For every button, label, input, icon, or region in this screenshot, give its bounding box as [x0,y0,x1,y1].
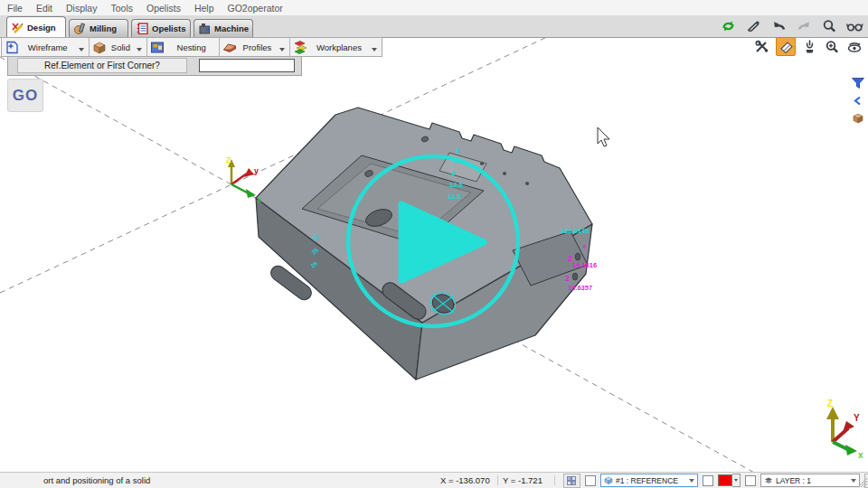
layer-combo[interactable]: LAYER : 1 [760,474,860,487]
toolbar-group-workplanes[interactable]: Workplanes [290,38,382,56]
tab-machine[interactable]: Machine [193,19,253,37]
color-picker[interactable] [718,474,741,487]
svg-text:122.9145: 122.9145 [561,227,589,235]
profiles-icon [222,41,237,54]
go-logo-button[interactable]: GO [7,79,43,112]
draw-toolbar: Wireframe Solid Nesting Profiles [1,37,382,57]
menu-item-go2operator[interactable]: GO2operator [228,3,283,14]
chevron-down-icon[interactable] [279,48,285,52]
menu-item-file[interactable]: File [7,3,23,14]
caliper-icon[interactable] [744,17,762,34]
svg-text:y: y [254,166,259,175]
tab-label: Machine [214,23,249,33]
tab-label: Opelists [152,23,186,33]
redo-icon[interactable] [795,17,813,34]
svg-text:10.6357: 10.6357 [568,284,592,292]
toolbar-label: Nesting [166,42,216,52]
collapse-icon[interactable] [849,93,867,108]
chevron-down-icon [689,479,694,483]
svg-text:Z: Z [226,155,231,164]
menu-item-edit[interactable]: Edit [36,3,52,14]
toolbar-group-profiles[interactable]: Profiles [220,38,290,56]
machine-icon [198,23,211,34]
y-coordinate: Y = -1.721 [503,475,550,485]
menu-item-help[interactable]: Help [194,3,214,14]
solid-mini-icon[interactable] [849,110,867,125]
color-dropdown[interactable] [732,474,741,487]
tools-icon[interactable] [753,38,771,55]
view-axis-triad: Z Y x [826,399,863,460]
design-icon [11,22,24,33]
mouse-cursor [598,127,609,146]
toolbar-group-nesting[interactable]: Nesting [147,38,220,56]
svg-text:x: x [257,195,261,204]
tab-milling[interactable]: Milling [69,19,128,37]
solid-icon [92,41,107,54]
whisk-icon[interactable] [800,38,818,55]
svg-text:x: x [858,450,863,460]
layers-icon [764,476,773,484]
eye-rotate-icon[interactable] [845,38,863,55]
prompt-input[interactable] [199,59,295,72]
opelists-icon [136,23,148,34]
tab-label: Design [27,23,56,33]
reference-checkbox[interactable] [585,475,596,486]
reference-value: #1 : REFERENCE [616,476,678,485]
glasses-icon[interactable] [845,17,863,34]
toolbar-label: Solid [108,42,134,52]
status-message: ort and positioning of a solid [43,475,150,485]
x-coordinate: X = -136.070 [440,475,493,485]
eraser-icon[interactable] [776,37,796,56]
view-toolbar-row1 [719,17,863,34]
status-bar: ort and positioning of a solid X = -136.… [0,472,868,488]
menu-item-tools[interactable]: Tools [110,3,133,14]
toolbar-group-solid[interactable]: Solid [90,38,148,56]
toolbar-group-wireframe[interactable]: Wireframe [2,38,90,56]
svg-text:2: 2 [565,274,570,283]
layer-value: LAYER : 1 [776,476,811,485]
refresh-icon[interactable] [719,17,737,34]
prompt-question: Ref.Element or First Corner? [17,58,187,73]
view-toolbar-row2 [753,37,863,56]
chevron-down-icon[interactable] [137,48,142,52]
current-color-swatch[interactable] [718,474,732,486]
color-checkbox[interactable] [703,475,713,486]
layer-checkbox[interactable] [745,475,756,486]
side-icon-panel [849,76,867,125]
tab-opelists[interactable]: Opelists [131,19,191,37]
reference-combo[interactable]: #1 : REFERENCE [600,474,698,487]
cad-viewport[interactable]: 8 6.5 5 12.5 12.5 122.9145 19.1616 10.63… [0,36,868,474]
prompt-bar: Ref.Element or First Corner? [7,55,302,76]
wireframe-icon [5,41,19,54]
undo-icon[interactable] [769,17,788,34]
chevron-down-icon [851,479,856,483]
menu-item-display[interactable]: Display [66,3,97,14]
resize-grip[interactable] [858,478,867,487]
svg-text:5: 5 [451,169,455,177]
svg-text:Y: Y [854,413,860,423]
svg-text:Z: Z [827,399,833,408]
tab-design[interactable]: Design [6,16,66,37]
grid-icon[interactable] [563,474,580,488]
svg-text:8: 8 [456,146,459,155]
toolbar-label: Wireframe [21,42,75,52]
svg-text:19.1616: 19.1616 [572,261,597,269]
svg-text:12.5: 12.5 [448,192,461,201]
toolbar-label: Profiles [239,42,276,52]
toolbar-label: Workplanes [310,42,368,52]
cube-icon [604,476,613,484]
milling-icon [73,23,86,34]
svg-text:2: 2 [568,254,572,263]
tab-label: Milling [90,23,117,33]
workplanes-icon [293,40,308,54]
chevron-down-icon[interactable] [372,48,377,52]
nesting-icon [150,41,165,54]
zoom-icon[interactable] [820,17,838,34]
svg-text:12.5: 12.5 [449,181,463,189]
chevron-down-icon[interactable] [79,48,84,52]
zoom-in-icon[interactable] [823,38,841,55]
origin-axis-triad: Z y x [226,155,261,204]
filter-icon[interactable] [849,76,867,90]
menu-item-opelists[interactable]: Opelists [146,3,181,14]
menu-bar: File Edit Display Tools Opelists Help GO… [0,0,868,15]
